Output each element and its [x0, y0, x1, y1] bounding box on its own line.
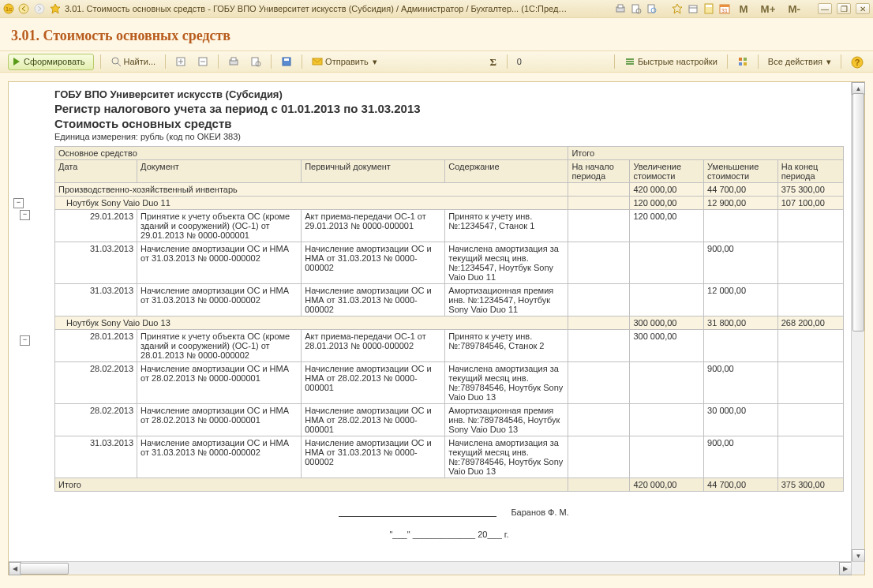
svg-rect-6 [618, 5, 623, 8]
body-area: 3.01. Стоимость основных средств Сформир… [0, 17, 873, 18]
svg-marker-4 [51, 4, 60, 13]
svg-text:1c: 1c [6, 6, 12, 13]
window-title: 3.01. Стоимость основных средств - ГОБУ … [65, 4, 570, 13]
svg-rect-15 [706, 5, 712, 7]
svg-text:31: 31 [722, 8, 729, 13]
restore-button[interactable]: ❐ [837, 3, 851, 14]
print-icon[interactable] [614, 2, 627, 15]
svg-marker-11 [673, 4, 682, 13]
print-preview-icon[interactable] [630, 2, 643, 15]
minimize-button[interactable]: — [818, 3, 832, 14]
nav-fwd-button[interactable] [33, 2, 46, 15]
calendar-icon[interactable]: 31 [718, 2, 731, 15]
app-logo-icon: 1c [3, 3, 14, 14]
history-icon[interactable] [687, 2, 699, 15]
svg-point-3 [35, 4, 44, 13]
doc-search-icon[interactable] [646, 2, 658, 15]
nav-back-button[interactable] [17, 2, 30, 15]
memory-m-button[interactable]: M [734, 2, 752, 15]
svg-point-2 [19, 4, 28, 13]
close-button[interactable]: ✕ [856, 3, 870, 14]
memory-mminus-button[interactable]: M- [783, 2, 805, 15]
favorite-star-icon[interactable] [49, 2, 62, 15]
favorites-icon[interactable] [671, 2, 684, 15]
memory-mplus-button[interactable]: M+ [756, 2, 781, 15]
svg-rect-12 [689, 6, 697, 13]
svg-rect-17 [720, 5, 729, 7]
titlebar: 1c 3.01. Стоимость основных средств - ГО… [0, 0, 873, 18]
calc-icon[interactable] [703, 2, 715, 15]
